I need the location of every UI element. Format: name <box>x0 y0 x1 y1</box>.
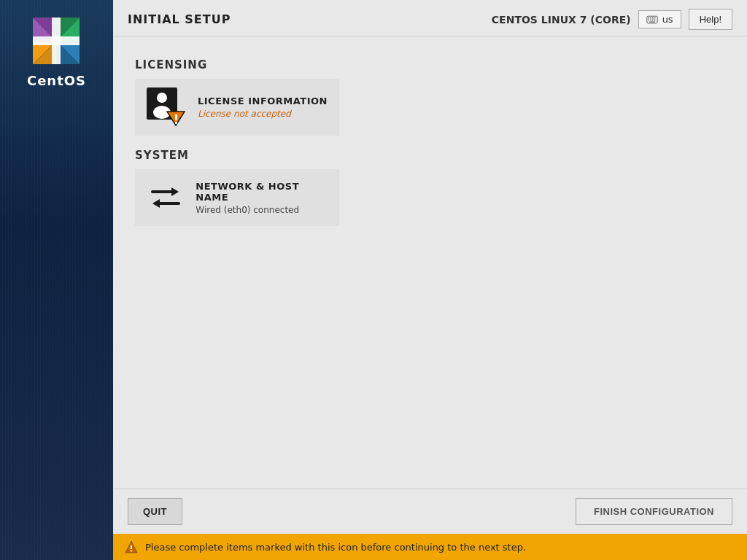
svg-rect-18 <box>652 19 654 20</box>
centos-logo-icon <box>30 15 82 67</box>
license-icon <box>145 86 187 128</box>
licensing-section-label: LICENSING <box>135 58 725 71</box>
license-info-title: LICENSE INFORMATION <box>198 96 328 106</box>
network-hostname-subtitle: Wired (eth0) connected <box>196 205 329 215</box>
network-icon-container <box>145 176 185 219</box>
quit-button[interactable]: QUIT <box>128 498 182 525</box>
svg-rect-13 <box>650 17 651 18</box>
finish-configuration-button[interactable]: FINISH CONFIGURATION <box>576 498 732 525</box>
svg-rect-33 <box>131 551 132 552</box>
network-hostname-title: NETWORK & HOST NAME <box>196 181 329 203</box>
main-area: INITIAL SETUP CENTOS LINUX 7 (CORE) us <box>113 0 747 560</box>
license-icon-container <box>145 86 187 128</box>
warning-bar: Please complete items marked with this i… <box>113 534 747 560</box>
licensing-items: LICENSE INFORMATION License not accepted <box>135 79 725 136</box>
license-info-subtitle: License not accepted <box>198 109 328 119</box>
footer-buttons: QUIT FINISH CONFIGURATION <box>113 489 747 534</box>
header-right: CENTOS LINUX 7 (CORE) us Help! <box>492 9 732 30</box>
network-icon <box>147 179 185 217</box>
svg-marker-30 <box>152 199 160 208</box>
system-section-label: SYSTEM <box>135 149 725 162</box>
warning-text: Please complete items marked with this i… <box>145 542 526 553</box>
help-button[interactable]: Help! <box>689 9 732 30</box>
svg-rect-16 <box>648 19 649 20</box>
system-items: NETWORK & HOST NAME Wired (eth0) connect… <box>135 169 725 226</box>
os-title: CENTOS LINUX 7 (CORE) <box>492 14 631 26</box>
svg-rect-14 <box>652 17 654 18</box>
svg-rect-10 <box>52 36 61 45</box>
keyboard-icon <box>646 15 658 24</box>
warning-icon <box>125 540 138 553</box>
svg-marker-28 <box>171 187 179 196</box>
license-info-text: LICENSE INFORMATION License not accepted <box>198 96 328 119</box>
header: INITIAL SETUP CENTOS LINUX 7 (CORE) us <box>113 0 747 36</box>
keyboard-widget[interactable]: us <box>638 10 681 28</box>
svg-rect-26 <box>175 122 177 124</box>
license-info-item[interactable]: LICENSE INFORMATION License not accepted <box>135 79 339 136</box>
centos-logo: CentOS <box>27 15 86 88</box>
svg-rect-25 <box>175 114 177 120</box>
page-title: INITIAL SETUP <box>128 12 231 26</box>
svg-rect-19 <box>654 19 655 20</box>
network-hostname-text: NETWORK & HOST NAME Wired (eth0) connect… <box>196 181 329 215</box>
svg-rect-20 <box>649 21 655 22</box>
svg-point-22 <box>157 93 167 103</box>
svg-rect-17 <box>650 19 651 20</box>
svg-rect-15 <box>654 17 655 18</box>
svg-rect-12 <box>648 17 649 18</box>
svg-rect-32 <box>131 545 132 549</box>
keyboard-lang: us <box>662 14 673 25</box>
sidebar: CentOS <box>0 0 113 560</box>
centos-label: CentOS <box>27 73 86 88</box>
content-area: LICENSING <box>113 36 747 489</box>
network-hostname-item[interactable]: NETWORK & HOST NAME Wired (eth0) connect… <box>135 169 339 226</box>
